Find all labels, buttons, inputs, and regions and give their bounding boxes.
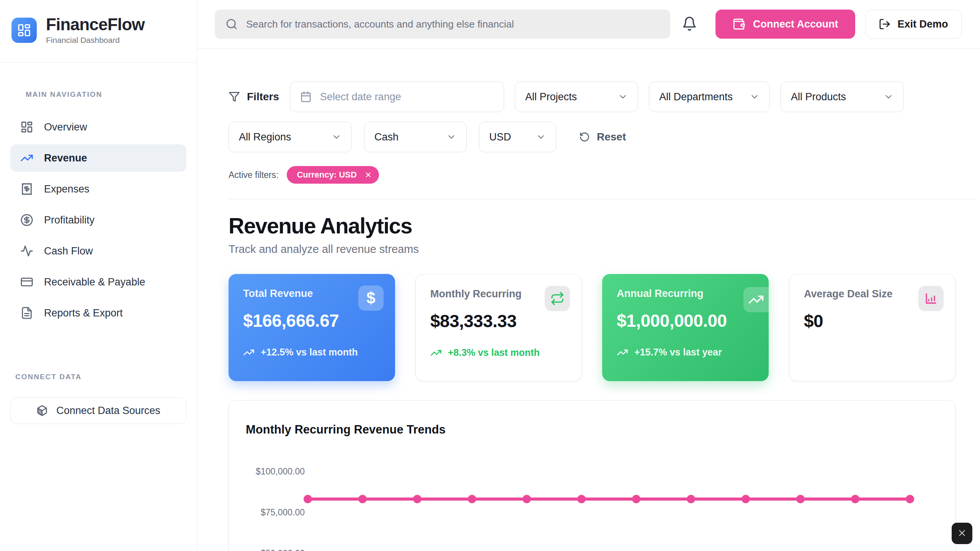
chart-data-point[interactable] (523, 495, 531, 503)
sidebar-item-revenue[interactable]: Revenue (10, 144, 186, 172)
metric-card-average-deal-size[interactable]: Average Deal Size $0 (789, 274, 956, 381)
sidebar-item-label: Expenses (44, 183, 90, 195)
sidebar-item-label: Profitability (44, 214, 95, 226)
calendar-icon (300, 91, 312, 103)
date-range-placeholder: Select date range (320, 91, 401, 103)
page-title: Revenue Analytics (229, 213, 956, 238)
mrr-trends-chart-card: Monthly Recurring Revenue Trends $100,00… (229, 400, 956, 551)
sidebar-item-receivable-payable[interactable]: Receivable & Payable (10, 268, 186, 296)
metric-trend: +15.7% vs last year (617, 346, 754, 359)
metric-value: $166,666.67 (243, 310, 381, 331)
metric-card-total-revenue[interactable]: Total Revenue $ $166,666.67 +12.5% vs la… (229, 274, 395, 381)
brand-tagline: Financial Dashboard (46, 36, 145, 45)
bell-icon (682, 16, 697, 33)
active-filter-chip-currency[interactable]: Currency: USD (287, 166, 379, 184)
nav-section-heading: MAIN NAVIGATION (26, 90, 186, 99)
page-head: Revenue Analytics Track and analyze all … (229, 213, 956, 256)
date-range-picker[interactable]: Select date range (290, 82, 504, 112)
exit-demo-label: Exit Demo (898, 18, 948, 30)
sidebar-item-reports-export[interactable]: Reports & Export (10, 299, 186, 327)
departments-dropdown[interactable]: All Departments (649, 82, 770, 112)
chart-data-point[interactable] (304, 495, 312, 503)
log-out-icon (879, 18, 891, 30)
sidebar-item-cash-flow[interactable]: Cash Flow (10, 237, 186, 265)
products-dropdown[interactable]: All Products (781, 82, 904, 112)
section-divider (229, 199, 976, 199)
reset-filters-button[interactable]: Reset (579, 131, 626, 143)
connect-account-label: Connect Account (753, 18, 838, 30)
search-icon (225, 18, 238, 30)
chevron-down-icon (536, 132, 546, 142)
chip-label: Currency: USD (297, 170, 356, 180)
activity-icon (20, 245, 33, 258)
wallet-icon (732, 18, 745, 31)
rotate-ccw-icon (579, 132, 590, 142)
chart-data-point[interactable] (632, 495, 640, 503)
metric-card-monthly-recurring[interactable]: Monthly Recurring $83,333.33 +8.3% vs la… (415, 274, 582, 381)
trending-up-icon (243, 347, 255, 358)
credit-card-icon (20, 276, 33, 289)
metric-trend: +8.3% vs last month (430, 346, 567, 359)
filters-row-2: All Regions Cash USD Reset (229, 122, 956, 152)
chart-data-point[interactable] (468, 495, 476, 503)
projects-dropdown[interactable]: All Projects (515, 82, 638, 112)
page-subtitle: Track and analyze all revenue streams (229, 243, 956, 256)
filters-label-text: Filters (247, 91, 279, 103)
chart-data-point[interactable] (687, 495, 695, 503)
connect-data-sources-button[interactable]: Connect Data Sources (10, 397, 186, 424)
filters-label: Filters (229, 91, 279, 103)
reset-label: Reset (597, 131, 626, 143)
close-icon[interactable] (363, 170, 374, 180)
chevron-down-icon (884, 92, 893, 102)
main-navigation: MAIN NAVIGATION Overview Revenue Expense… (0, 90, 197, 327)
close-overlay-button[interactable] (952, 523, 972, 544)
metric-value: $1,000,000.00 (617, 310, 754, 331)
connect-data-sources-label: Connect Data Sources (56, 405, 160, 417)
notifications-button[interactable] (679, 13, 700, 36)
chart-data-point[interactable] (742, 495, 750, 503)
sidebar: FinanceFlow Financial Dashboard MAIN NAV… (0, 0, 197, 551)
metric-value: $0 (804, 311, 941, 331)
metric-trend-text: +15.7% vs last year (634, 346, 722, 359)
active-filters-label: Active filters: (229, 170, 278, 180)
metric-trend-text: +8.3% vs last month (448, 346, 540, 359)
brand-block: FinanceFlow Financial Dashboard (46, 15, 145, 45)
sidebar-item-label: Revenue (44, 152, 87, 164)
departments-dropdown-value: All Departments (659, 91, 733, 103)
chart-title: Monthly Recurring Revenue Trends (246, 423, 938, 437)
metric-card-annual-recurring[interactable]: Annual Recurring $1,000,000.00 +15.7% vs… (602, 274, 769, 381)
main-area: Connect Account Exit Demo Filters Select… (197, 0, 980, 551)
active-filters-row: Active filters: Currency: USD (229, 166, 956, 184)
sidebar-item-profitability[interactable]: Profitability (10, 206, 186, 234)
chart-data-point[interactable] (413, 495, 421, 503)
topbar: Connect Account Exit Demo (197, 0, 980, 49)
brand-name: FinanceFlow (46, 15, 145, 34)
projects-dropdown-value: All Projects (525, 91, 577, 103)
global-search[interactable] (215, 10, 670, 39)
sidebar-item-label: Overview (44, 121, 87, 133)
connect-data-section: CONNECT DATA Connect Data Sources (0, 373, 197, 424)
dollar-icon: $ (358, 285, 384, 311)
bar-chart-icon (918, 286, 944, 311)
chevron-down-icon (750, 92, 760, 102)
metric-cards: Total Revenue $ $166,666.67 +12.5% vs la… (229, 274, 956, 381)
chart-data-point[interactable] (358, 495, 367, 503)
chart-data-point[interactable] (906, 495, 914, 503)
chart-data-point[interactable] (577, 495, 586, 503)
regions-dropdown[interactable]: All Regions (229, 122, 352, 152)
sidebar-item-expenses[interactable]: Expenses (10, 175, 186, 203)
connect-account-button[interactable]: Connect Account (715, 10, 855, 39)
chart-data-point[interactable] (796, 495, 805, 503)
filters-row-1: Filters Select date range All Projects A… (229, 82, 956, 112)
box-icon (36, 405, 48, 416)
file-text-icon (20, 306, 33, 320)
trending-up-icon (617, 347, 628, 358)
receipt-icon (20, 183, 33, 196)
currency-dropdown[interactable]: USD (479, 122, 556, 152)
chart-data-point[interactable] (851, 495, 859, 503)
payment-method-dropdown[interactable]: Cash (364, 122, 467, 152)
search-input[interactable] (246, 18, 660, 30)
content: Filters Select date range All Projects A… (197, 49, 956, 551)
exit-demo-button[interactable]: Exit Demo (865, 10, 962, 39)
sidebar-item-overview[interactable]: Overview (10, 113, 186, 141)
